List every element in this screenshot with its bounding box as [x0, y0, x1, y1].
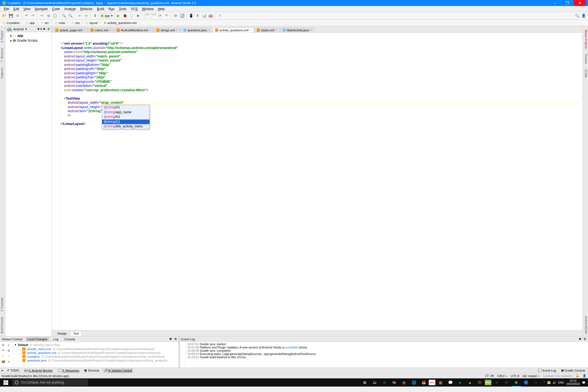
- android-studio-icon[interactable]: ◉: [512, 378, 521, 387]
- excel-icon[interactable]: X: [492, 378, 501, 387]
- back-icon[interactable]: ⇐: [77, 13, 82, 19]
- history-icon[interactable]: ⟳: [157, 13, 163, 19]
- revert-icon[interactable]: ↶: [164, 13, 169, 19]
- monitor-icon[interactable]: 📊: [201, 13, 207, 19]
- gear-icon[interactable]: ✱⁻ ⚙: [579, 337, 586, 341]
- vc-file-list[interactable]: ▾ Default (1 directory and 3 files) acti…: [13, 342, 179, 367]
- tray-chevron-icon[interactable]: ˄: [544, 381, 545, 384]
- close-icon[interactable]: ×: [310, 29, 312, 32]
- gimp-icon[interactable]: 🦊: [419, 378, 428, 387]
- help-icon[interactable]: ?: [217, 13, 222, 19]
- autocomplete-popup[interactable]: @string/A1@string/app_name@string/H1@str…: [102, 105, 150, 129]
- replace-icon[interactable]: 🔍: [68, 13, 73, 19]
- editor-tab[interactable]: splash_page.xml ×: [53, 28, 87, 32]
- menu-build[interactable]: Build: [95, 7, 106, 11]
- sync-gradle-icon[interactable]: 🔄: [179, 13, 185, 19]
- menu-refactor[interactable]: Refactor: [78, 7, 95, 11]
- vc-tab-log[interactable]: Log: [52, 337, 60, 341]
- bt-messages[interactable]: 💬 0: Messages: [57, 368, 80, 372]
- close-icon[interactable]: ×: [83, 29, 85, 32]
- caret-position[interactable]: 17:30: [485, 374, 494, 378]
- lock-icon[interactable]: 🔓: [575, 374, 579, 378]
- copy-icon[interactable]: ⧉: [46, 13, 51, 19]
- start-button[interactable]: [1, 378, 10, 387]
- side-tab-build-variants[interactable]: Build Variants: [0, 314, 5, 336]
- close-button[interactable]: ✕: [574, 0, 586, 6]
- crumb[interactable]: 🗀layout: [85, 21, 99, 25]
- close-icon[interactable]: ×: [176, 29, 178, 32]
- project-tree[interactable]: ▸ 🗀 app ▸ Gradle Scripts: [5, 32, 51, 44]
- bt-gradle-console[interactable]: ▣ Gradle Console: [560, 368, 586, 372]
- chevron-down-icon[interactable]: ▾: [25, 27, 27, 31]
- close-icon[interactable]: ×: [275, 29, 277, 32]
- clock[interactable]: 10:14 15/02/2016: [566, 379, 580, 386]
- network-icon[interactable]: 📶: [547, 381, 550, 384]
- lang-indicator[interactable]: ENG: [558, 381, 564, 384]
- chrome-icon[interactable]: 🔵: [521, 378, 531, 387]
- redo-icon[interactable]: ↷: [30, 13, 36, 19]
- ddms-icon[interactable]: 🤖: [208, 13, 213, 19]
- line-separator[interactable]: CRLF ÷: [497, 374, 507, 378]
- hector-icon[interactable]: 👤: [583, 374, 586, 378]
- avd-icon[interactable]: 📱: [188, 13, 194, 19]
- user-icon[interactable]: 👤: [581, 13, 586, 19]
- store-icon[interactable]: 🛍: [390, 378, 399, 387]
- vc-tab-console[interactable]: Console: [63, 337, 77, 341]
- attach-icon[interactable]: ⬚: [129, 13, 134, 19]
- side-tab-preview[interactable]: Preview: [583, 51, 588, 67]
- encoding[interactable]: UTF-8: [511, 374, 519, 378]
- commit-icon[interactable]: ✔: [6, 343, 11, 348]
- diff-icon[interactable]: ⧉: [6, 348, 11, 353]
- steam-icon[interactable]: ◎: [399, 378, 409, 387]
- autocomplete-item[interactable]: @string/title_activity_menu: [102, 124, 149, 129]
- changed-file[interactable]: activity_questions.xml (C:\Users\Adamski…: [15, 351, 177, 355]
- menu-tools[interactable]: Tools: [117, 7, 129, 11]
- changed-file[interactable]: activity_menu.xml (C:\Users\Adamski\Andr…: [15, 347, 177, 351]
- remove-icon[interactable]: −: [6, 354, 11, 359]
- refresh-icon[interactable]: ⟳: [1, 343, 6, 348]
- side-tab-favorites[interactable]: 2: Favorites: [0, 295, 5, 314]
- cortana-search[interactable]: I'm Cortana. Ask me anything.: [12, 379, 88, 386]
- side-tab-gradle[interactable]: Gradle: [583, 67, 588, 80]
- close-icon[interactable]: ×: [109, 29, 111, 32]
- menu-vcs[interactable]: VCS: [129, 7, 140, 11]
- menu-help[interactable]: Help: [156, 7, 167, 11]
- side-tab-android-model[interactable]: Android Model: [583, 313, 588, 336]
- side-tab-maven[interactable]: Maven Projects: [583, 27, 588, 51]
- git-branch[interactable]: Git: master ÷: [522, 374, 540, 378]
- project-struct-icon[interactable]: ⚙: [173, 13, 178, 19]
- volume-icon[interactable]: 🔊: [553, 381, 556, 384]
- tree-item-app[interactable]: ▸ 🗀 app: [7, 33, 50, 38]
- forward-icon[interactable]: ⇒: [83, 13, 89, 19]
- brackets-icon[interactable]: [ ]: [531, 378, 540, 387]
- run-icon[interactable]: ▶: [116, 13, 121, 19]
- close-icon[interactable]: ×: [250, 29, 251, 32]
- changed-file[interactable]: crystalize (C:\Users\Adamski\AndroidStud…: [15, 355, 177, 359]
- crumb[interactable]: 🗀main: [54, 21, 66, 25]
- menu-run[interactable]: Run: [106, 7, 117, 11]
- make-icon[interactable]: ⬇: [92, 13, 98, 19]
- editor-tab[interactable]: activity_questions.xml ×: [213, 28, 254, 32]
- notifications-icon[interactable]: 💬: [582, 381, 585, 384]
- side-tab-captures[interactable]: Captures: [0, 65, 5, 81]
- open-icon[interactable]: 📂: [2, 13, 7, 19]
- shelve-icon[interactable]: 📦: [1, 359, 6, 364]
- editor-tab[interactable]: strings.xml ×: [154, 28, 180, 32]
- editor-tab[interactable]: colors.xml ×: [88, 28, 114, 32]
- menu-view[interactable]: View: [21, 7, 33, 11]
- task-view-icon[interactable]: ⊞: [360, 378, 369, 387]
- crumb[interactable]: 🗀res: [71, 21, 81, 25]
- explorer-icon[interactable]: 🗂: [370, 378, 379, 387]
- menu-window[interactable]: Window: [140, 7, 156, 11]
- app-icon[interactable]: ▦: [436, 378, 445, 387]
- cut-icon[interactable]: ✂: [39, 13, 45, 19]
- close-icon[interactable]: ×: [208, 29, 209, 32]
- crumb[interactable]: 🗀src: [40, 21, 50, 25]
- b4j-icon[interactable]: B4J: [429, 380, 435, 385]
- undo-icon[interactable]: ↶: [24, 13, 29, 19]
- add-icon[interactable]: +: [1, 354, 6, 359]
- code-editor[interactable]: <?xml version="1.0" encoding="utf-8"?> <…: [59, 33, 583, 330]
- system-tray[interactable]: ˄ 📶 🔊 ENG 10:14 15/02/2016 💬: [542, 379, 587, 386]
- tab-text[interactable]: Text: [70, 331, 82, 336]
- bt-todo[interactable]: ✔ TODO: [6, 368, 20, 372]
